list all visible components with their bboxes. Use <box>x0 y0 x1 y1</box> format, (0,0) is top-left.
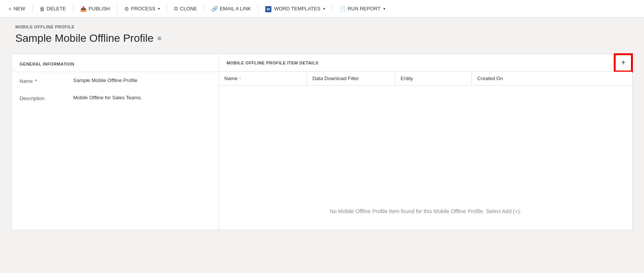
new-icon: + <box>8 6 12 12</box>
delete-button[interactable]: 🗑 DELETE <box>36 3 70 14</box>
publish-icon: 📤 <box>80 6 87 12</box>
word-templates-button[interactable]: W WORD TEMPLATES ▾ <box>261 3 329 15</box>
run-report-button[interactable]: 📄 RUN REPORT ▾ <box>335 3 389 14</box>
main-content: GENERAL INFORMATION Name * Sample Mobile… <box>12 54 632 230</box>
separator <box>332 4 332 13</box>
page-menu-icon[interactable]: ≡ <box>158 35 162 43</box>
name-field-row: Name * Sample Mobile Offline Profile <box>12 72 219 89</box>
sort-icon: ↑ <box>239 76 241 81</box>
description-label: Description <box>20 95 73 101</box>
word-icon: W <box>265 5 272 12</box>
col-header-created-on: Created On <box>472 72 537 85</box>
col-header-filter: Data Download Filter <box>307 72 395 85</box>
empty-state-message: No Mobile Offline Profile Item found for… <box>219 86 632 230</box>
col-header-entity: Entity <box>395 72 472 85</box>
process-button[interactable]: ⚙ PROCESS ▾ <box>120 3 164 14</box>
table-header: Name ↑ Data Download Filter Entity Creat… <box>219 72 632 86</box>
clone-icon: ⧉ <box>174 5 178 12</box>
separator <box>117 4 117 13</box>
right-panel: MOBILE OFFLINE PROFILE ITEM DETAILS + Na… <box>219 54 632 230</box>
toolbar: + NEW 🗑 DELETE 📤 PUBLISH ⚙ PROCESS ▾ ⧉ C… <box>0 0 644 18</box>
description-field-row: Description Mobile Offline for Sales Tea… <box>12 89 219 107</box>
run-report-caret: ▾ <box>383 7 385 11</box>
required-indicator: * <box>34 78 37 84</box>
general-info-header: GENERAL INFORMATION <box>12 62 219 72</box>
description-value: Mobile Offline for Sales Teams. <box>73 95 142 100</box>
left-panel: GENERAL INFORMATION Name * Sample Mobile… <box>12 54 219 230</box>
breadcrumb: MOBILE OFFLINE PROFILE <box>15 25 629 29</box>
word-templates-caret: ▾ <box>323 7 325 11</box>
process-icon: ⚙ <box>124 6 129 12</box>
right-panel-header: MOBILE OFFLINE PROFILE ITEM DETAILS + <box>219 54 632 72</box>
new-button[interactable]: + NEW <box>5 3 29 14</box>
separator <box>73 4 73 13</box>
col-header-name: Name ↑ <box>219 72 307 85</box>
process-caret: ▾ <box>158 7 160 11</box>
name-label: Name * <box>20 77 73 84</box>
separator <box>167 4 167 13</box>
page-title: Sample Mobile Offline Profile ≡ <box>15 32 629 44</box>
link-icon: 🔗 <box>211 6 218 12</box>
separator <box>32 4 33 13</box>
delete-icon: 🗑 <box>39 6 45 12</box>
report-icon: 📄 <box>339 6 346 12</box>
add-item-button[interactable]: + <box>614 54 632 72</box>
header-section: MOBILE OFFLINE PROFILE Sample Mobile Off… <box>0 18 644 54</box>
email-link-button[interactable]: 🔗 EMAIL A LINK <box>207 3 255 14</box>
mobile-offline-details-title: MOBILE OFFLINE PROFILE ITEM DETAILS <box>227 61 319 65</box>
separator <box>258 4 258 13</box>
name-value: Sample Mobile Offline Profile <box>73 77 137 83</box>
clone-button[interactable]: ⧉ CLONE <box>170 3 201 14</box>
publish-button[interactable]: 📤 PUBLISH <box>76 3 114 14</box>
separator <box>204 4 204 13</box>
